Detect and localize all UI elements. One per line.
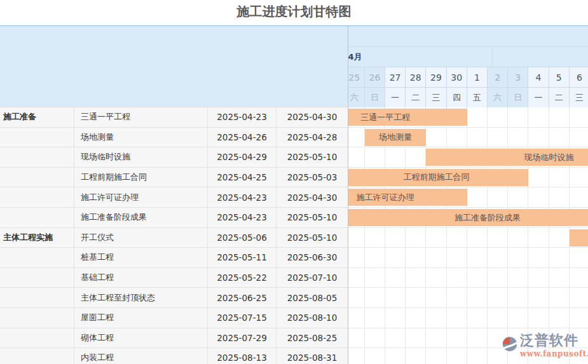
cell-end-date: 2025-05-03 xyxy=(277,168,348,187)
cell-end-date: 2025-04-30 xyxy=(277,107,348,127)
timeline-day-row: 252627282930123456 xyxy=(348,67,588,88)
weekday-cell: 一 xyxy=(385,88,406,108)
cell-task-name: 施工准备阶段成果 xyxy=(74,208,208,227)
timeline-top-strip xyxy=(348,26,588,47)
day-number-cell: 28 xyxy=(406,67,426,87)
table-row: 现场临时设施2025-04-292025-05-10 xyxy=(0,147,348,168)
cell-end-date: 2025-05-10 xyxy=(277,147,348,167)
day-number-cell: 27 xyxy=(385,67,406,87)
weekday-cell: 二 xyxy=(549,88,570,108)
cell-task-name: 工程前期施工合同 xyxy=(74,168,208,187)
cell-start-date: 2025-04-29 xyxy=(208,147,277,167)
weekday-cell: 三 xyxy=(426,88,446,108)
gantt-chart-container: 施工准备三通一平工程2025-04-232025-04-30场地测量2025-0… xyxy=(0,25,588,364)
day-number-cell: 3 xyxy=(508,67,528,87)
day-number-cell: 26 xyxy=(365,67,385,87)
day-number-cell: 25 xyxy=(348,67,365,87)
grid-row xyxy=(348,288,588,308)
cell-task-name: 主体工程至封顶状态 xyxy=(74,288,208,307)
month-cell xyxy=(467,47,588,67)
cell-end-date: 2025-08-31 xyxy=(277,348,348,364)
cell-start-date: 2025-04-23 xyxy=(208,187,277,207)
day-number-cell: 30 xyxy=(447,67,467,87)
cell-start-date: 2025-06-25 xyxy=(208,288,277,307)
table-row: 基础工程2025-05-222025-07-10 xyxy=(0,268,348,288)
cell-start-date: 2025-04-25 xyxy=(208,168,277,187)
weekday-cell: 五 xyxy=(467,88,488,108)
cell-group xyxy=(0,147,74,167)
day-number-cell: 2 xyxy=(488,67,508,87)
table-row: 内装工程2025-08-132025-08-31 xyxy=(0,348,348,364)
fanpu-logo-icon xyxy=(501,335,519,353)
table-row: 主体工程实施开工仪式2025-05-062025-05-10 xyxy=(0,228,348,248)
watermark-url-text: www.fanpusoft.com xyxy=(520,349,588,358)
table-row: 施工准备三通一平工程2025-04-232025-04-30 xyxy=(0,107,348,128)
cell-task-name: 砌体工程 xyxy=(74,328,208,348)
cell-group xyxy=(0,248,74,267)
weekday-cell: 六 xyxy=(348,88,365,108)
gantt-bar[interactable]: 三通一平工程 xyxy=(348,109,467,126)
table-row: 施工准备阶段成果2025-04-232025-05-10 xyxy=(0,208,348,228)
cell-start-date: 2025-05-11 xyxy=(208,248,277,267)
grid-row xyxy=(348,268,588,288)
grid-row xyxy=(348,228,588,248)
cell-end-date: 2025-04-28 xyxy=(277,128,348,147)
cell-group xyxy=(0,288,74,307)
weekday-cell: 二 xyxy=(406,88,426,108)
table-row: 场地测量2025-04-262025-04-28 xyxy=(0,128,348,148)
gantt-bar[interactable]: 场地测量 xyxy=(365,129,427,146)
task-table: 施工准备三通一平工程2025-04-232025-04-30场地测量2025-0… xyxy=(0,26,348,364)
cell-group xyxy=(0,328,74,348)
gantt-bar[interactable]: 施工准备阶段成果 xyxy=(348,209,588,226)
timeline-weekday-row: 六日一二三四五六日一二三 xyxy=(348,88,588,109)
table-row: 砌体工程2025-07-292025-08-25 xyxy=(0,328,348,349)
table-row: 桩基工程2025-05-112025-06-30 xyxy=(0,248,348,268)
weekday-cell: 六 xyxy=(488,88,508,108)
cell-group xyxy=(0,268,74,288)
cell-task-name: 屋面工程 xyxy=(74,308,208,328)
cell-end-date: 2025-08-05 xyxy=(277,288,348,307)
cell-start-date: 2025-07-29 xyxy=(208,328,277,348)
cell-group xyxy=(0,348,74,364)
cell-task-name: 开工仪式 xyxy=(74,228,208,248)
timeline-month-row: 4月 xyxy=(348,47,588,67)
gantt-bar[interactable]: 工程前期施工合同 xyxy=(348,169,528,186)
day-number-cell: 1 xyxy=(467,67,488,87)
day-number-cell: 4 xyxy=(528,67,549,87)
cell-task-name: 现场临时设施 xyxy=(74,147,208,167)
cell-start-date: 2025-04-23 xyxy=(208,208,277,227)
cell-end-date: 2025-08-25 xyxy=(277,328,348,348)
cell-end-date: 2025-06-30 xyxy=(277,248,348,267)
cell-start-date: 2025-04-26 xyxy=(208,128,277,147)
page-title: 施工进度计划甘特图 xyxy=(0,0,588,25)
cell-end-date: 2025-05-10 xyxy=(277,208,348,227)
cell-group xyxy=(0,187,74,207)
gantt-bar[interactable]: 现场临时设施 xyxy=(426,149,588,166)
cell-start-date: 2025-08-13 xyxy=(208,348,277,364)
grid-row xyxy=(348,248,588,268)
cell-task-name: 桩基工程 xyxy=(74,248,208,267)
day-number-cell: 29 xyxy=(426,67,446,87)
cell-group xyxy=(0,308,74,328)
cell-task-name: 场地测量 xyxy=(74,128,208,147)
cell-end-date: 2025-07-10 xyxy=(277,268,348,288)
cell-task-name: 基础工程 xyxy=(74,268,208,288)
weekday-cell: 四 xyxy=(447,88,467,108)
cell-task-name: 三通一平工程 xyxy=(74,107,208,127)
table-row: 主体工程至封顶状态2025-06-252025-08-05 xyxy=(0,288,348,308)
gantt-bar[interactable]: 开工仪式 xyxy=(570,229,588,246)
grid-row xyxy=(348,308,588,328)
task-table-rows: 施工准备三通一平工程2025-04-232025-04-30场地测量2025-0… xyxy=(0,107,348,364)
day-number-cell: 6 xyxy=(570,67,588,87)
day-number-cell: 5 xyxy=(549,67,570,87)
table-row: 屋面工程2025-07-152025-08-10 xyxy=(0,308,348,328)
cell-task-name: 施工许可证办理 xyxy=(74,187,208,207)
cell-start-date: 2025-05-06 xyxy=(208,228,277,248)
cell-start-date: 2025-07-15 xyxy=(208,308,277,328)
cell-group: 主体工程实施 xyxy=(0,228,74,248)
weekday-cell: 三 xyxy=(570,88,588,108)
gantt-bar[interactable]: 施工许可证办理 xyxy=(348,189,467,206)
cell-group: 施工准备 xyxy=(0,107,74,127)
cell-group xyxy=(0,168,74,187)
watermark: 泛普软件 www.fanpusoft.com xyxy=(501,332,588,358)
